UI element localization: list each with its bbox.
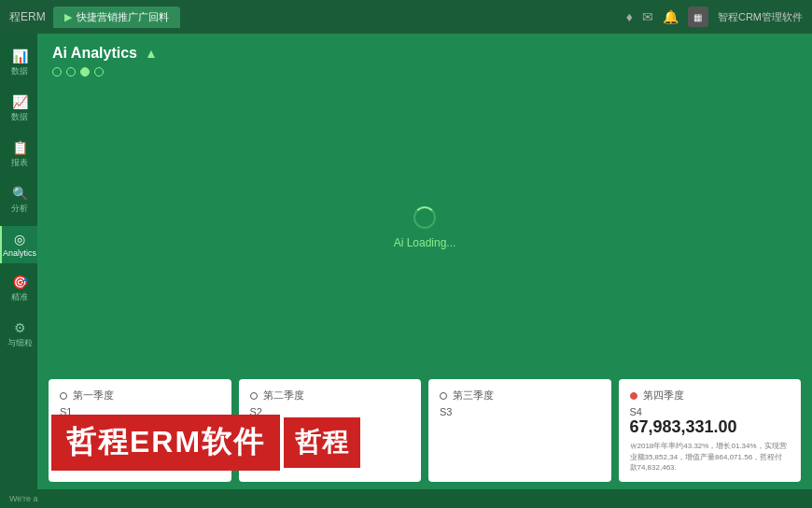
analytics-warning-icon: ▲ [145, 46, 158, 61]
main-layout: 📊 数据 📈 数据 📋 报表 🔍 分析 ◎ Analytics 🎯 精准 ⚙ 与… [0, 34, 812, 489]
sidebar-label-analytics: Analytics [3, 248, 36, 258]
report-icon: 📋 [12, 140, 28, 155]
analytics-header: Ai Analytics ▲ [37, 34, 812, 84]
sidebar-item-analysis[interactable]: 🔍 分析 [0, 180, 37, 220]
chart-icon: 📈 [12, 94, 28, 109]
gear-icon: ⚙ [14, 320, 26, 335]
card-3-label: 第三季度 [453, 388, 494, 402]
sidebar-label-precise: 精准 [11, 291, 28, 303]
sidebar-label-settings: 与细粒 [7, 337, 33, 349]
card-3-header: 第三季度 [440, 388, 600, 402]
sidebar-label-report: 报表 [11, 157, 28, 169]
main-content: Ai Analytics ▲ Ai Loading... 第一季度 S1 [37, 34, 812, 489]
quarter-card-2: 第二季度 S2 [239, 379, 422, 482]
loading-spinner [413, 206, 436, 229]
sidebar-item-precise[interactable]: 🎯 精准 [0, 269, 37, 309]
sidebar-item-analytics[interactable]: ◎ Analytics [0, 226, 37, 263]
quarter-card-4: 第四季度 S4 67,983,331.00 ₩2018年年率约43.32%，增长… [619, 379, 802, 482]
card-1-currency: S1 [60, 406, 220, 417]
tab-play-icon: ▶ [64, 11, 72, 23]
card-1-dot [60, 392, 67, 400]
sidebar-label-analysis: 分析 [11, 203, 28, 215]
sidebar-item-data1[interactable]: 📊 数据 [0, 43, 37, 83]
card-2-dot [250, 392, 258, 400]
loading-text: Ai Loading... [394, 236, 456, 249]
crm-label: 智程CRM管理软件 [718, 10, 803, 24]
dot-2 [66, 67, 76, 77]
tab-label: 快捷营销推广广回料 [77, 10, 169, 24]
sidebar-item-settings[interactable]: ⚙ 与细粒 [0, 315, 37, 355]
card-1-detail: ₩2018年年率约42%，实现营业额35,852,34，增值产量864,071.… [60, 441, 220, 461]
precise-icon: 🎯 [12, 275, 28, 289]
card-2-currency: S2 [250, 406, 411, 417]
analytics-title-text: Ai Analytics [52, 45, 137, 62]
card-3-dot [440, 392, 447, 400]
dot-1 [52, 67, 62, 77]
card-3-currency: S3 [440, 406, 600, 417]
analysis-icon: 🔍 [12, 186, 28, 201]
diamond-icon[interactable]: ♦ [626, 9, 633, 24]
card-4-label: 第四季度 [643, 388, 684, 402]
card-1-label: 第一季度 [73, 388, 114, 402]
bottom-bar-text: We're a [9, 494, 38, 503]
analytics-icon: ◎ [14, 232, 25, 247]
top-bar-left: 程ERM ▶ 快捷营销推广广回料 [9, 7, 180, 28]
card-4-amount: 67,983,331.00 [630, 417, 791, 437]
card-1-amount: 54,452,34 [60, 417, 220, 437]
analytics-title: Ai Analytics ▲ [52, 45, 797, 62]
message-icon[interactable]: ✉ [642, 9, 653, 24]
card-2-label: 第二季度 [263, 388, 304, 402]
quarter-card-3: 第三季度 S3 [428, 379, 611, 482]
sidebar: 📊 数据 📈 数据 📋 报表 🔍 分析 ◎ Analytics 🎯 精准 ⚙ 与… [0, 34, 37, 489]
top-bar-tab[interactable]: ▶ 快捷营销推广广回料 [53, 7, 180, 28]
data-icon: 📊 [12, 49, 28, 64]
card-2-header: 第二季度 [250, 388, 411, 402]
bell-icon[interactable]: 🔔 [663, 9, 679, 24]
loading-area: Ai Loading... [37, 84, 812, 372]
dot-3 [80, 67, 90, 77]
top-bar: 程ERM ▶ 快捷营销推广广回料 ♦ ✉ 🔔 ▦ 智程CRM管理软件 [0, 0, 812, 34]
card-1-header: 第一季度 [60, 388, 220, 402]
card-4-dot [630, 392, 637, 400]
sidebar-item-data2[interactable]: 📈 数据 [0, 89, 37, 129]
sidebar-item-report[interactable]: 📋 报表 [0, 134, 37, 175]
quarter-card-1: 第一季度 S1 54,452,34 ₩2018年年率约42%，实现营业额35,8… [49, 379, 231, 482]
sidebar-label-data1: 数据 [11, 65, 28, 78]
card-4-currency: S4 [630, 406, 791, 417]
card-4-detail: ₩2018年年率约43.32%，增长01.34%，实现营业额35,852,34，… [630, 441, 791, 473]
card-4-header: 第四季度 [630, 388, 791, 402]
sidebar-label-data2: 数据 [11, 111, 28, 123]
top-bar-right: ♦ ✉ 🔔 ▦ 智程CRM管理软件 [626, 7, 803, 27]
bottom-bar: We're a [0, 489, 812, 508]
cards-row: 第一季度 S1 54,452,34 ₩2018年年率约42%，实现营业额35,8… [37, 372, 812, 489]
analytics-dots [52, 67, 797, 77]
user-avatar[interactable]: ▦ [688, 7, 708, 27]
dot-4 [94, 67, 104, 77]
top-bar-logo: 程ERM [9, 9, 46, 25]
